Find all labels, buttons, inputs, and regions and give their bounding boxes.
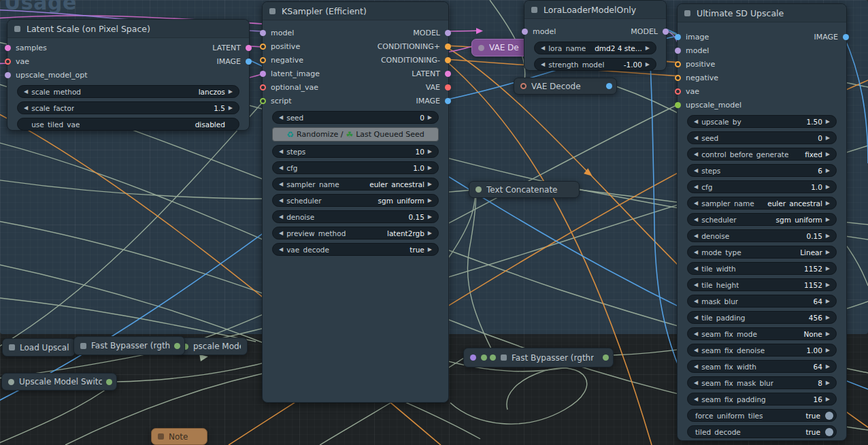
output-slot[interactable]	[445, 98, 451, 104]
widget-row[interactable]: ◀ seam_fix_width 64 ▶	[687, 360, 837, 373]
widget-row[interactable]: ◀ seam_fix_denoise 1.00 ▶	[687, 344, 837, 357]
decrement-arrow[interactable]: ◀	[22, 89, 30, 95]
decrement-arrow[interactable]: ◀	[277, 115, 285, 120]
widget-row[interactable]: ◀ seam_fix_mode None ▶	[687, 327, 837, 340]
widget-row[interactable]: ◀ seed 0 ▶	[272, 111, 439, 124]
widget-row[interactable]: ◀ cfg 1.0 ▶	[687, 180, 837, 193]
input-slot[interactable]	[5, 72, 11, 78]
increment-arrow[interactable]: ▶	[426, 247, 434, 252]
increment-arrow[interactable]: ▶	[824, 348, 832, 353]
input-slot[interactable]	[675, 102, 681, 108]
output-slot[interactable]	[445, 84, 451, 90]
randomize-seed-button[interactable]: ♻ Randomize / ☘ Last Queued Seed	[272, 127, 439, 142]
toggle-knob[interactable]	[825, 428, 833, 436]
node-upscale-model-fragment[interactable]: pscale Model	[176, 337, 248, 355]
output-slot[interactable]	[445, 57, 451, 63]
increment-arrow[interactable]: ▶	[824, 152, 832, 157]
input-slot[interactable]	[260, 98, 266, 104]
decrement-arrow[interactable]: ◀	[692, 364, 700, 369]
node-header[interactable]: KSampler (Efficient)	[263, 2, 448, 20]
input-slot[interactable]	[522, 29, 528, 35]
output-slot[interactable]	[843, 75, 849, 81]
widget-row[interactable]: ◀ denoise 0.15 ▶	[687, 229, 837, 242]
decrement-arrow[interactable]: ◀	[692, 233, 700, 239]
input-slot[interactable]	[675, 88, 681, 95]
node-vae-decode[interactable]: VAE Decode	[514, 78, 617, 95]
input-slot[interactable]	[260, 44, 266, 50]
increment-arrow[interactable]: ▶	[426, 149, 434, 154]
node-load-upscale-model[interactable]: Load Upscal	[2, 338, 76, 357]
decrement-arrow[interactable]: ◀	[277, 214, 285, 220]
increment-arrow[interactable]: ▶	[824, 233, 832, 239]
widget-row[interactable]: ◀ scale_factor 1.5 ▶	[17, 101, 239, 114]
collapse-icon[interactable]	[269, 8, 276, 14]
increment-arrow[interactable]: ▶	[824, 119, 832, 125]
decrement-arrow[interactable]: ◀	[277, 149, 285, 154]
decrement-arrow[interactable]: ◀	[692, 331, 700, 337]
decrement-arrow[interactable]: ◀	[692, 348, 700, 353]
output-slot[interactable]	[445, 44, 451, 50]
decrement-arrow[interactable]: ◀	[692, 119, 700, 125]
input-slot[interactable]	[470, 355, 476, 361]
node-header[interactable]: Latent Scale (on Pixel Space)	[7, 20, 249, 38]
widget-row[interactable]: ◀ lora_name dmd2 4 ste... ▶	[534, 42, 656, 54]
output-slot[interactable]	[843, 61, 849, 67]
collapse-icon[interactable]	[501, 355, 507, 361]
toggle-knob[interactable]	[825, 412, 833, 420]
node-upscale-model-switch[interactable]: Upscale Model Switch	[1, 373, 117, 391]
node-graph-canvas[interactable]: Usage	[0, 0, 868, 445]
decrement-arrow[interactable]: ◀	[277, 182, 285, 187]
increment-arrow[interactable]: ▶	[426, 165, 434, 171]
collapse-icon[interactable]	[684, 10, 690, 16]
increment-arrow[interactable]: ▶	[227, 105, 235, 111]
increment-arrow[interactable]: ▶	[824, 168, 832, 174]
input-slot[interactable]	[5, 59, 11, 65]
decrement-arrow[interactable]: ◀	[692, 250, 700, 255]
widget-row[interactable]: ◀ tile_width 1152 ▶	[687, 262, 837, 275]
increment-arrow[interactable]: ▶	[824, 282, 832, 288]
input-slot[interactable]	[675, 75, 681, 81]
widget-row[interactable]: ◀ steps 10 ▶	[272, 145, 439, 158]
output-slot[interactable]	[445, 71, 451, 77]
increment-arrow[interactable]: ▶	[824, 315, 832, 320]
increment-arrow[interactable]: ▶	[824, 217, 832, 222]
node-header[interactable]: Ultimate SD Upscale	[678, 4, 846, 22]
increment-arrow[interactable]: ▶	[426, 182, 434, 187]
widget-row[interactable]: ◀ strength_model -1.00 ▶	[534, 58, 656, 71]
increment-arrow[interactable]: ▶	[824, 250, 832, 255]
decrement-arrow[interactable]: ◀	[692, 266, 700, 271]
increment-arrow[interactable]: ▶	[824, 135, 832, 141]
increment-arrow[interactable]: ▶	[644, 62, 652, 67]
widget-row[interactable]: ◀ tiled_decode true ▶	[687, 425, 837, 438]
widget-row[interactable]: ◀ scale_method lanczos ▶	[17, 85, 239, 98]
collapse-icon[interactable]	[9, 344, 15, 350]
widget-row[interactable]: ◀ tile_height 1152 ▶	[687, 278, 837, 291]
decrement-arrow[interactable]: ◀	[692, 217, 700, 222]
decrement-arrow[interactable]: ◀	[539, 46, 547, 51]
increment-arrow[interactable]: ▶	[824, 266, 832, 271]
input-slot[interactable]	[478, 45, 484, 51]
decrement-arrow[interactable]: ◀	[692, 168, 700, 174]
input-slot[interactable]	[675, 34, 681, 40]
increment-arrow[interactable]: ▶	[644, 46, 652, 51]
slot-dot[interactable]	[481, 355, 487, 361]
node-ksampler-efficient[interactable]: KSampler (Efficient) model MODEL positiv…	[262, 1, 449, 403]
node-note[interactable]: Note	[151, 428, 207, 445]
output-slot[interactable]	[445, 30, 451, 36]
input-slot[interactable]	[260, 84, 266, 90]
input-slot[interactable]	[5, 45, 11, 51]
decrement-arrow[interactable]: ◀	[692, 282, 700, 288]
widget-row[interactable]: ◀ scheduler sgm_uniform ▶	[272, 194, 439, 207]
node-fast-bypasser-2[interactable]: Fast Bypasser (rgthr	[463, 348, 614, 367]
widget-row[interactable]: ◀ sampler_name euler_ancestral ▶	[272, 178, 439, 191]
input-slot[interactable]	[475, 186, 482, 193]
increment-arrow[interactable]: ▶	[824, 299, 832, 304]
widget-row[interactable]: ◀ scheduler sgm_uniform ▶	[687, 213, 837, 226]
widget-row[interactable]: ◀ mask_blur 64 ▶	[687, 295, 837, 308]
decrement-arrow[interactable]: ◀	[277, 165, 285, 171]
widget-row[interactable]: ◀ use_tiled_vae disabled ▶	[17, 118, 239, 131]
input-slot[interactable]	[520, 83, 527, 89]
widget-row[interactable]: ◀ force_uniform_tiles true ▶	[687, 409, 837, 422]
decrement-arrow[interactable]: ◀	[692, 299, 700, 304]
widget-row[interactable]: ◀ upscale_by 1.50 ▶	[687, 115, 837, 128]
